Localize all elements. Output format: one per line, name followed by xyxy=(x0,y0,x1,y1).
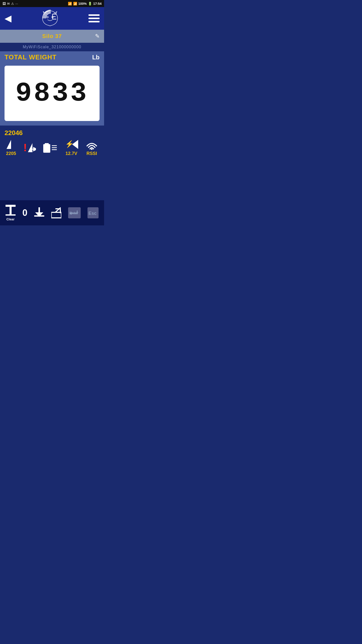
hamburger-menu[interactable] xyxy=(88,14,100,22)
weight-header: TOTAL WEIGHT Lb xyxy=(0,51,104,63)
download-button[interactable] xyxy=(34,207,44,218)
alert-triangle-icon xyxy=(27,142,36,153)
status-bar: 🖼 ✉ ⚠ ··· 📶 📶 100% 🔋 17:54 xyxy=(0,0,104,7)
svg-rect-10 xyxy=(45,143,49,145)
clear-label: Clear xyxy=(6,217,15,221)
bottom-toolbar: Clear 0 Enter xyxy=(0,200,104,225)
upload-icon xyxy=(51,207,61,218)
status-left-icons: 🖼 ✉ ⚠ ··· xyxy=(3,2,18,6)
stats-icons-row: 2205 ! xyxy=(5,139,100,156)
svg-marker-7 xyxy=(28,143,32,152)
svg-rect-18 xyxy=(10,205,12,214)
plug-icon: ⚡ xyxy=(65,139,78,150)
tank-stat xyxy=(43,142,58,153)
esc-icon: Esc xyxy=(87,207,99,218)
rssi-stat: RSSI xyxy=(85,139,99,156)
svg-rect-19 xyxy=(6,214,16,216)
photo-icon: 🖼 xyxy=(3,2,6,6)
svg-point-0 xyxy=(47,16,48,18)
zero-button[interactable]: 0 xyxy=(22,208,27,218)
silo-bar: Silo 37 ✎ xyxy=(0,30,104,43)
edit-icon[interactable]: ✎ xyxy=(95,33,100,39)
flag-value: 2205 xyxy=(6,151,16,156)
stats-top-value: 22046 xyxy=(5,129,100,137)
clock: 17:54 xyxy=(93,2,102,6)
flag-stat: 2205 xyxy=(6,139,17,156)
device-id-bar: MyWiFiScale_321000000000 xyxy=(0,43,104,51)
battery-percent: 100% xyxy=(78,2,87,6)
voltage-value: 12.7V xyxy=(65,151,77,156)
download-icon xyxy=(34,207,44,218)
weight-unit: Lb xyxy=(92,54,100,61)
silo-title: Silo 37 xyxy=(42,33,62,39)
stats-area: 22046 2205 ! xyxy=(0,126,104,159)
svg-text:⚡: ⚡ xyxy=(65,140,74,148)
weight-label: TOTAL WEIGHT xyxy=(5,53,57,61)
app-header: ◀ xyxy=(0,7,104,30)
svg-marker-6 xyxy=(7,140,11,149)
t-clear-svg xyxy=(6,205,16,216)
hamburger-line-2 xyxy=(88,18,100,19)
alert-stat: ! xyxy=(23,142,36,153)
esc-button[interactable]: Esc xyxy=(87,207,99,218)
exclamation-icon: ! xyxy=(23,142,27,153)
svg-text:Esc: Esc xyxy=(88,211,97,216)
wifi-icon xyxy=(85,139,99,150)
status-right-icons: 📶 📶 100% 🔋 17:54 xyxy=(68,2,102,6)
weight-value-box: 9833 xyxy=(5,66,100,121)
enter-icon: Enter xyxy=(68,207,81,218)
rssi-label: RSSI xyxy=(86,151,97,156)
zero-value: 0 xyxy=(22,208,27,218)
enter-button[interactable]: Enter xyxy=(68,207,81,218)
svg-point-16 xyxy=(91,148,93,150)
mail-icon: ✉ xyxy=(7,2,10,6)
tank-icon xyxy=(43,142,58,153)
clear-button[interactable]: Clear xyxy=(6,205,16,221)
voltage-stat: ⚡ 12.7V xyxy=(65,139,78,156)
weight-display-area: 9833 xyxy=(0,63,104,126)
svg-rect-23 xyxy=(51,212,61,218)
t-icon xyxy=(6,205,16,217)
warning-icon: ⚠ xyxy=(11,2,14,6)
device-id-value: MyWiFiScale_321000000000 xyxy=(23,45,81,49)
logo-area xyxy=(39,10,61,27)
back-button[interactable]: ◀ xyxy=(5,14,12,23)
upload-button[interactable] xyxy=(51,207,61,218)
svg-rect-9 xyxy=(43,144,50,153)
content-spacer xyxy=(0,159,104,200)
wifi-status-icon: 📶 xyxy=(68,2,72,6)
hamburger-line-3 xyxy=(88,21,100,22)
weight-value: 9833 xyxy=(15,78,88,109)
signal-icon: 📶 xyxy=(73,2,77,6)
flag-icon xyxy=(6,139,17,150)
company-logo xyxy=(39,10,61,27)
hamburger-line-1 xyxy=(88,14,100,16)
battery-icon: 🔋 xyxy=(88,2,92,6)
more-icon: ··· xyxy=(15,2,18,6)
